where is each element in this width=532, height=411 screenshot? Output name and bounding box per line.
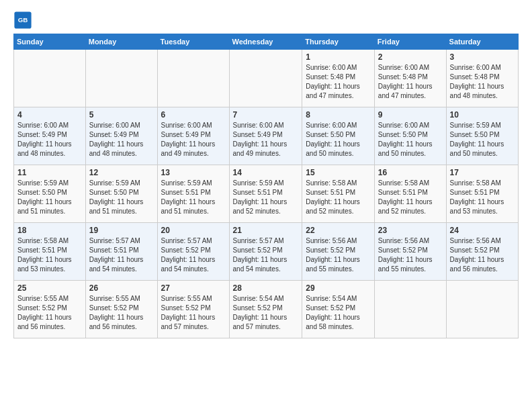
day-detail: Sunrise: 6:00 AM Sunset: 5:49 PM Dayligh… (17, 121, 82, 158)
day-number: 15 (306, 168, 371, 177)
day-number: 22 (306, 226, 371, 235)
day-number: 8 (306, 110, 371, 120)
svg-text:GB: GB (18, 16, 28, 24)
day-detail: Sunrise: 5:56 AM Sunset: 5:52 PM Dayligh… (450, 236, 515, 274)
calendar-cell: 8Sunrise: 6:00 AM Sunset: 5:50 PM Daylig… (302, 107, 375, 165)
calendar-cell: 15Sunrise: 5:58 AM Sunset: 5:51 PM Dayli… (302, 165, 375, 223)
calendar-cell: 5Sunrise: 6:00 AM Sunset: 5:49 PM Daylig… (85, 107, 157, 165)
day-number: 24 (450, 226, 515, 235)
calendar-cell: 27Sunrise: 5:55 AM Sunset: 5:52 PM Dayli… (157, 281, 229, 338)
day-number: 13 (161, 168, 226, 177)
calendar-cell: 3Sunrise: 6:00 AM Sunset: 5:48 PM Daylig… (446, 50, 518, 107)
day-detail: Sunrise: 5:55 AM Sunset: 5:52 PM Dayligh… (17, 294, 82, 332)
day-detail: Sunrise: 5:55 AM Sunset: 5:52 PM Dayligh… (89, 294, 154, 332)
day-detail: Sunrise: 5:54 AM Sunset: 5:52 PM Dayligh… (306, 294, 371, 332)
day-detail: Sunrise: 5:58 AM Sunset: 5:51 PM Dayligh… (378, 179, 443, 216)
day-number: 14 (233, 168, 299, 177)
day-detail: Sunrise: 5:57 AM Sunset: 5:51 PM Dayligh… (89, 236, 154, 274)
calendar-cell: 14Sunrise: 5:59 AM Sunset: 5:51 PM Dayli… (229, 165, 302, 223)
calendar-cell: 18Sunrise: 5:58 AM Sunset: 5:51 PM Dayli… (14, 223, 86, 281)
calendar-week-row: 4Sunrise: 6:00 AM Sunset: 5:49 PM Daylig… (14, 107, 519, 165)
calendar-cell (446, 281, 518, 338)
day-detail: Sunrise: 6:00 AM Sunset: 5:48 PM Dayligh… (306, 63, 371, 101)
day-detail: Sunrise: 6:00 AM Sunset: 5:49 PM Dayligh… (161, 121, 226, 158)
day-number: 23 (378, 226, 443, 235)
day-number: 20 (161, 226, 226, 235)
day-detail: Sunrise: 5:59 AM Sunset: 5:50 PM Dayligh… (89, 179, 154, 216)
calendar-cell: 16Sunrise: 5:58 AM Sunset: 5:51 PM Dayli… (374, 165, 446, 223)
calendar-cell: 2Sunrise: 6:00 AM Sunset: 5:48 PM Daylig… (374, 50, 446, 107)
day-number: 5 (89, 110, 154, 120)
calendar-week-row: 11Sunrise: 5:59 AM Sunset: 5:50 PM Dayli… (14, 165, 519, 223)
day-detail: Sunrise: 5:56 AM Sunset: 5:52 PM Dayligh… (306, 236, 371, 274)
calendar-cell: 4Sunrise: 6:00 AM Sunset: 5:49 PM Daylig… (14, 107, 86, 165)
day-number: 16 (378, 168, 443, 177)
calendar-cell: 23Sunrise: 5:56 AM Sunset: 5:52 PM Dayli… (374, 223, 446, 281)
calendar-cell: 17Sunrise: 5:58 AM Sunset: 5:51 PM Dayli… (446, 165, 518, 223)
day-number: 9 (378, 110, 443, 120)
calendar-week-row: 18Sunrise: 5:58 AM Sunset: 5:51 PM Dayli… (14, 223, 519, 281)
calendar-cell (85, 50, 157, 107)
day-number: 11 (17, 168, 82, 177)
calendar-cell: 9Sunrise: 6:00 AM Sunset: 5:50 PM Daylig… (374, 107, 446, 165)
day-number: 26 (89, 283, 154, 293)
day-detail: Sunrise: 6:00 AM Sunset: 5:48 PM Dayligh… (450, 63, 515, 101)
day-number: 10 (450, 110, 515, 120)
day-detail: Sunrise: 5:58 AM Sunset: 5:51 PM Dayligh… (450, 179, 515, 216)
calendar-cell: 25Sunrise: 5:55 AM Sunset: 5:52 PM Dayli… (14, 281, 86, 338)
day-number: 1 (306, 52, 371, 62)
day-detail: Sunrise: 5:59 AM Sunset: 5:50 PM Dayligh… (17, 179, 82, 216)
day-number: 7 (233, 110, 299, 120)
day-header-thursday: Thursday (302, 34, 375, 50)
day-header-wednesday: Wednesday (229, 34, 302, 50)
day-detail: Sunrise: 6:00 AM Sunset: 5:48 PM Dayligh… (378, 63, 443, 101)
day-header-monday: Monday (85, 34, 157, 50)
day-number: 17 (450, 168, 515, 177)
day-number: 28 (233, 283, 299, 293)
calendar-cell: 13Sunrise: 5:59 AM Sunset: 5:51 PM Dayli… (157, 165, 229, 223)
day-detail: Sunrise: 5:57 AM Sunset: 5:52 PM Dayligh… (161, 236, 226, 274)
calendar-table: SundayMondayTuesdayWednesdayThursdayFrid… (13, 34, 519, 338)
day-number: 2 (378, 52, 443, 62)
day-header-sunday: Sunday (14, 34, 86, 50)
calendar-cell: 1Sunrise: 6:00 AM Sunset: 5:48 PM Daylig… (302, 50, 375, 107)
day-number: 19 (89, 226, 154, 235)
day-number: 18 (17, 226, 82, 235)
day-detail: Sunrise: 6:00 AM Sunset: 5:50 PM Dayligh… (378, 121, 443, 158)
day-detail: Sunrise: 5:58 AM Sunset: 5:51 PM Dayligh… (17, 236, 82, 274)
day-detail: Sunrise: 5:59 AM Sunset: 5:51 PM Dayligh… (233, 179, 299, 216)
day-detail: Sunrise: 5:59 AM Sunset: 5:50 PM Dayligh… (450, 121, 515, 158)
calendar-cell: 28Sunrise: 5:54 AM Sunset: 5:52 PM Dayli… (229, 281, 302, 338)
day-number: 27 (161, 283, 226, 293)
calendar-cell: 6Sunrise: 6:00 AM Sunset: 5:49 PM Daylig… (157, 107, 229, 165)
day-detail: Sunrise: 5:54 AM Sunset: 5:52 PM Dayligh… (233, 294, 299, 332)
day-number: 25 (17, 283, 82, 293)
day-detail: Sunrise: 5:56 AM Sunset: 5:52 PM Dayligh… (378, 236, 443, 274)
calendar-cell: 24Sunrise: 5:56 AM Sunset: 5:52 PM Dayli… (446, 223, 518, 281)
day-detail: Sunrise: 6:00 AM Sunset: 5:50 PM Dayligh… (306, 121, 371, 158)
calendar-cell (14, 50, 86, 107)
day-number: 3 (450, 52, 515, 62)
day-number: 6 (161, 110, 226, 120)
calendar-week-row: 25Sunrise: 5:55 AM Sunset: 5:52 PM Dayli… (14, 281, 519, 338)
calendar-cell: 10Sunrise: 5:59 AM Sunset: 5:50 PM Dayli… (446, 107, 518, 165)
calendar-cell: 7Sunrise: 6:00 AM Sunset: 5:49 PM Daylig… (229, 107, 302, 165)
calendar-cell: 12Sunrise: 5:59 AM Sunset: 5:50 PM Dayli… (85, 165, 157, 223)
calendar-cell: 20Sunrise: 5:57 AM Sunset: 5:52 PM Dayli… (157, 223, 229, 281)
day-header-friday: Friday (374, 34, 446, 50)
day-detail: Sunrise: 5:59 AM Sunset: 5:51 PM Dayligh… (161, 179, 226, 216)
day-number: 29 (306, 283, 371, 293)
day-detail: Sunrise: 6:00 AM Sunset: 5:49 PM Dayligh… (89, 121, 154, 158)
calendar-header-row: SundayMondayTuesdayWednesdayThursdayFrid… (14, 34, 519, 50)
header: GB (13, 11, 519, 30)
logo-icon: GB (13, 11, 32, 30)
calendar-cell (374, 281, 446, 338)
logo: GB (13, 11, 35, 30)
day-number: 21 (233, 226, 299, 235)
calendar-cell: 22Sunrise: 5:56 AM Sunset: 5:52 PM Dayli… (302, 223, 375, 281)
day-detail: Sunrise: 6:00 AM Sunset: 5:49 PM Dayligh… (233, 121, 299, 158)
calendar-cell (157, 50, 229, 107)
calendar-week-row: 1Sunrise: 6:00 AM Sunset: 5:48 PM Daylig… (14, 50, 519, 107)
day-header-saturday: Saturday (446, 34, 518, 50)
day-header-tuesday: Tuesday (157, 34, 229, 50)
